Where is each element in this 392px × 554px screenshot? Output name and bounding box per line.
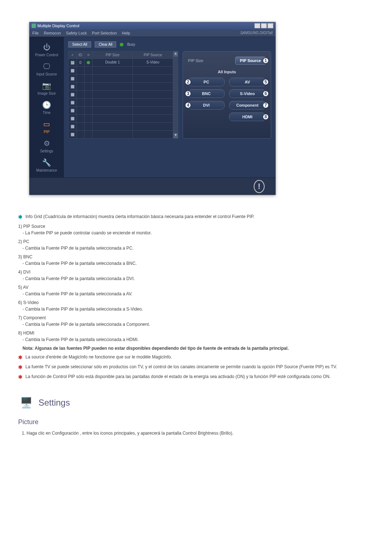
intro-text: Info Grid (Cuadrícula de información) mu… bbox=[25, 213, 254, 221]
row-pipsize: Double 1 bbox=[93, 59, 133, 66]
picture-subtitle: Picture bbox=[18, 417, 372, 427]
star-icon: ✱ bbox=[18, 213, 23, 221]
table-row[interactable] bbox=[69, 122, 173, 130]
table-row[interactable] bbox=[69, 74, 173, 82]
table-row[interactable] bbox=[69, 66, 173, 74]
star-icon: ✱ bbox=[18, 373, 23, 381]
row-checkbox[interactable] bbox=[71, 69, 74, 73]
sidebar-item-image-size[interactable]: 📷 Image Size bbox=[31, 80, 62, 96]
row-checkbox[interactable] bbox=[71, 85, 74, 89]
sidebar-item-time[interactable]: 🕒 Time bbox=[31, 99, 62, 115]
row-checkbox[interactable] bbox=[71, 117, 74, 120]
sidebar-item-label: Maintenance bbox=[32, 168, 62, 172]
power-indicator-icon: ! bbox=[254, 180, 265, 193]
pip-source-panel: PIP Size PIP Source 1 All Inputs 2 PC bbox=[183, 51, 271, 139]
menu-file[interactable]: File bbox=[32, 31, 39, 35]
table-row[interactable] bbox=[69, 98, 173, 106]
picture-step-text: 1. Haga clic en Configuración , entre lo… bbox=[22, 430, 372, 436]
row-pipsrc: S-Video bbox=[133, 59, 173, 66]
row-id: 0 bbox=[77, 59, 85, 66]
minimize-button[interactable]: _ bbox=[254, 23, 260, 28]
titlebar: Multiple Display Control _ □ × bbox=[29, 22, 275, 29]
maximize-button[interactable]: □ bbox=[261, 23, 267, 28]
input-source-icon: 🖵 bbox=[40, 61, 53, 71]
settings-section-icon: 🖥️ bbox=[18, 395, 34, 410]
pip-source-tab-label: PIP Source bbox=[240, 58, 261, 63]
row-checkbox[interactable] bbox=[71, 125, 74, 128]
image-size-icon: 📷 bbox=[40, 81, 53, 91]
list-item: 5) AV- Cambia la Fuente PIP de la pantal… bbox=[18, 284, 372, 297]
av-button[interactable]: AV 5 bbox=[229, 78, 266, 86]
grid-header-id[interactable]: ID bbox=[77, 52, 85, 58]
table-row[interactable] bbox=[69, 82, 173, 90]
sidebar-item-label: Power Control bbox=[32, 53, 62, 57]
table-row[interactable]: 0 Double 1 S-Video bbox=[69, 58, 173, 66]
table-row[interactable] bbox=[69, 114, 173, 122]
list-item: 1) PIP Source- La Fuente PIP se puede co… bbox=[18, 223, 372, 236]
row-checkbox[interactable] bbox=[71, 77, 74, 81]
sidebar: ⏻ Power Control 🖵 Input Source 📷 Image S… bbox=[29, 37, 64, 177]
row-checkbox[interactable] bbox=[71, 101, 74, 104]
notes-section: ✱ Info Grid (Cuadrícula de información) … bbox=[18, 213, 372, 436]
sidebar-item-input-source[interactable]: 🖵 Input Source bbox=[31, 61, 62, 77]
row-checkbox[interactable] bbox=[71, 61, 74, 65]
grid-header-pipsize[interactable]: PIP Size bbox=[93, 52, 133, 58]
red-note: La fuente TV se puede seleccionar sólo e… bbox=[25, 364, 337, 371]
maintenance-icon: 🔧 bbox=[40, 157, 53, 168]
menu-remocon[interactable]: Remocon bbox=[44, 31, 61, 35]
menu-port-selection[interactable]: Port Selection bbox=[92, 31, 117, 35]
pc-button[interactable]: 2 PC bbox=[188, 78, 225, 86]
component-button[interactable]: Component 7 bbox=[229, 101, 266, 110]
badge-1: 1 bbox=[262, 57, 269, 64]
pip-source-tab-button[interactable]: PIP Source 1 bbox=[235, 57, 266, 65]
app-title: Multiple Display Control bbox=[37, 24, 79, 28]
select-all-button[interactable]: Select All bbox=[68, 41, 91, 48]
info-grid: ✓ ID ⚛ PIP Size PIP Source 0 Double 1 S-… bbox=[68, 51, 173, 139]
grid-header-check[interactable]: ✓ bbox=[69, 52, 77, 58]
table-row[interactable] bbox=[69, 90, 173, 98]
grid-scrollbar[interactable]: ▲ ▼ bbox=[173, 51, 178, 139]
row-checkbox[interactable] bbox=[71, 133, 74, 136]
list-item: 3) BNC- Cambia la Fuente PIP de la panta… bbox=[18, 254, 372, 267]
sidebar-item-power[interactable]: ⏻ Power Control bbox=[31, 41, 62, 58]
list-item: 8) HDMI- Cambia la Fuente PIP de la pant… bbox=[18, 330, 372, 343]
close-button[interactable]: × bbox=[268, 23, 273, 28]
table-row[interactable] bbox=[69, 130, 173, 138]
grid-header-pipsrc[interactable]: PIP Source bbox=[133, 52, 173, 58]
sidebar-item-label: Input Source bbox=[32, 72, 62, 76]
star-icon: ✱ bbox=[18, 364, 23, 371]
svideo-button[interactable]: S-Video 6 bbox=[229, 89, 266, 98]
time-icon: 🕒 bbox=[40, 100, 53, 110]
star-icon: ✱ bbox=[18, 354, 23, 361]
grid-body: 0 Double 1 S-Video bbox=[69, 58, 173, 138]
hdmi-button[interactable]: HDMI 8 bbox=[229, 112, 266, 121]
sidebar-item-label: Time bbox=[32, 111, 62, 115]
scroll-up-icon[interactable]: ▲ bbox=[173, 52, 178, 57]
busy-status-dot bbox=[120, 43, 123, 46]
status-dot bbox=[87, 61, 90, 64]
table-row[interactable] bbox=[69, 106, 173, 114]
list-item: 2) PC- Cambia la Fuente PIP de la pantal… bbox=[18, 238, 372, 251]
list-item: 6) S-Video- Cambia la Fuente PIP de la p… bbox=[18, 299, 372, 312]
menubar: File Remocon Safety Lock Port Selection … bbox=[29, 29, 275, 37]
row-checkbox[interactable] bbox=[71, 93, 74, 97]
dvi-button[interactable]: 4 DVI bbox=[188, 101, 225, 110]
menu-safety-lock[interactable]: Safety Lock bbox=[66, 31, 87, 35]
scroll-down-icon[interactable]: ▼ bbox=[173, 133, 178, 138]
red-note: La source d'entrée de MagicInfo ne fonct… bbox=[25, 354, 172, 361]
clear-all-button[interactable]: Clear All bbox=[95, 41, 116, 48]
pip-size-tab-label[interactable]: PIP Size bbox=[188, 58, 203, 63]
settings-section-header: 🖥️ Settings bbox=[18, 395, 372, 410]
bnc-button[interactable]: 3 BNC bbox=[188, 89, 225, 98]
nota-text: Nota: Algunas de las fuentes PIP pueden … bbox=[23, 345, 372, 352]
sidebar-item-settings[interactable]: ⚙ Settings bbox=[31, 138, 62, 154]
sidebar-item-pip[interactable]: ▭ PIP bbox=[31, 118, 62, 135]
menu-help[interactable]: Help bbox=[122, 31, 130, 35]
row-checkbox[interactable] bbox=[71, 109, 74, 112]
power-icon: ⏻ bbox=[40, 42, 53, 52]
app-window: Multiple Display Control _ □ × File Remo… bbox=[29, 22, 276, 195]
settings-icon: ⚙ bbox=[40, 138, 53, 148]
sidebar-item-maintenance[interactable]: 🔧 Maintenance bbox=[31, 157, 62, 173]
sidebar-item-label: Settings bbox=[32, 149, 62, 153]
brand-label: SAMSUNG DIGITall bbox=[240, 31, 273, 35]
